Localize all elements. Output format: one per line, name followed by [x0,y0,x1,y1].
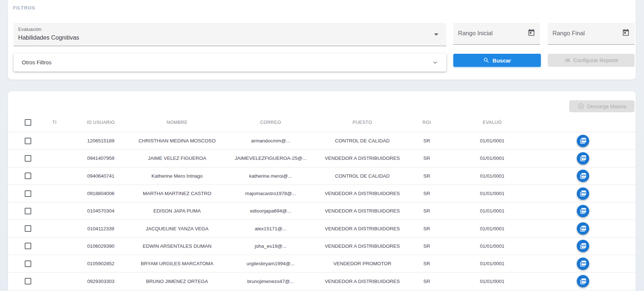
row-checkbox-cell [8,260,40,267]
cell-nombre: BRUNO JIMENEZ ORTEGA [133,279,222,284]
chevron-down-icon [433,60,438,65]
row-checkbox[interactable] [25,278,31,284]
cell-puesto: CONTROL DE CALIDAD [320,173,405,179]
table-row: 0105902852 BRYAM URGILES MARCATOMA urgil… [8,255,636,272]
buscar-button-label: Buscar [493,57,511,64]
cell-puesto: VENDEDOR A DISTRIBUIDORES [320,279,405,284]
cell-actions [536,275,630,287]
cell-nombre: Katherine Mero Intriago [133,173,222,179]
cell-rgi: SR [405,279,449,284]
cell-correo: joha_es19@... [222,243,320,249]
row-checkbox[interactable] [25,190,31,197]
column-header-puesto: PUESTO [320,120,405,125]
cell-id-usuario: 0929303303 [69,279,133,284]
buscar-button[interactable]: Buscar [453,54,541,67]
cell-actions [536,222,630,235]
filters-section-title: FILTROS [13,5,35,11]
pdf-report-button[interactable] [577,240,589,252]
configurar-reporte-button[interactable]: Configurar Reporte [548,54,635,67]
cell-rgi: SR [405,138,449,144]
pdf-report-button[interactable] [577,135,589,147]
row-checkbox[interactable] [25,173,31,179]
row-checkbox[interactable] [25,138,31,144]
table-row: 0104112339 JACQUELINE YANZA VEGA alex151… [8,220,636,237]
rango-inicial-datepicker[interactable]: Rango Inicial [453,23,540,45]
cell-actions [536,187,630,200]
results-panel: Descarga Masiva TI ID USUARIO NOMBRE COR… [8,91,636,291]
cell-id-usuario: 0941407959 [69,155,133,161]
cell-nombre: EDISON JAPA PUMA [133,208,222,214]
pdf-report-button[interactable] [577,170,589,182]
evaluacion-label: Evaluación [18,27,41,32]
row-checkbox-cell [8,243,40,249]
cell-rgi: SR [405,155,449,161]
column-header-rgi: RGI [405,120,449,125]
cell-rgi: SR [405,261,449,266]
configurar-reporte-label: Configurar Reporte [574,57,618,63]
cell-puesto: CONTROL DE CALIDAD [320,138,405,144]
evaluacion-select[interactable]: Evaluación Habilidades Cognitivas [13,23,446,46]
cell-correo: katherine.meroi@... [222,173,320,179]
cell-evaluo: 01/01/0001 [449,138,536,144]
row-checkbox[interactable] [25,155,31,162]
pdf-report-button[interactable] [577,222,589,235]
chevron-down-icon [434,33,438,36]
evaluacion-value: Habilidades Cognitivas [18,34,79,41]
filters-panel: FILTROS Evaluación Habilidades Cognitiva… [8,0,636,80]
cell-rgi: SR [405,243,449,249]
cell-id-usuario: 0104112339 [69,226,133,231]
pdf-icon [580,278,587,285]
row-checkbox[interactable] [25,260,31,267]
rango-inicial-placeholder: Rango Inicial [458,30,493,37]
list-icon [564,57,571,64]
table-row: 0918804006 MARTHA MARTINEZ CASTRO majoma… [8,185,636,202]
pdf-report-button[interactable] [577,258,589,270]
cell-correo: armandocmm@... [222,138,320,144]
cell-actions [536,135,630,147]
cell-evaluo: 01/01/0001 [449,173,536,179]
cell-evaluo: 01/01/0001 [449,279,536,284]
cell-rgi: SR [405,173,449,179]
cell-correo: urgilesbryam1994@... [222,261,320,266]
pdf-report-button[interactable] [577,205,589,217]
cell-correo: JAIMEVELEZFIGUEROA-25@... [222,155,320,161]
cell-rgi: SR [405,226,449,231]
row-checkbox-cell [8,225,40,232]
cell-evaluo: 01/01/0001 [449,243,536,249]
row-checkbox[interactable] [25,225,31,232]
pdf-icon [580,173,587,179]
cell-puesto: VENDEDOR A DISTRIBUIDORES [320,208,405,214]
cell-nombre: JACQUELINE YANZA VEGA [133,226,222,231]
calendar-icon[interactable] [622,29,630,37]
cell-actions [536,170,630,182]
table-row: 0941407959 JAIME VELEZ FIGUEROA JAIMEVEL… [8,150,636,167]
row-checkbox-cell [8,208,40,214]
pdf-icon [580,260,587,267]
pdf-report-button[interactable] [577,152,589,165]
select-all-checkbox[interactable] [25,119,31,126]
column-header-id-usuario: ID USUARIO [69,120,133,125]
row-checkbox-cell [8,278,40,284]
table-body: 1206515189 CHRISTHIAN MEDINA MOSCOSO arm… [8,132,636,290]
row-checkbox[interactable] [25,243,31,249]
pdf-icon [580,207,587,214]
cell-puesto: VENDEDOR A DISTRIBUIDORES [320,226,405,231]
pdf-report-button[interactable] [577,187,589,200]
cell-evaluo: 01/01/0001 [449,208,536,214]
column-header-correo: CORREO [222,120,320,125]
pdf-report-button[interactable] [577,275,589,287]
pdf-icon [580,155,587,162]
column-header-ti: TI [40,120,69,125]
cell-puesto: VENDEDOR PROMOTOR [320,261,405,266]
row-checkbox-cell [8,155,40,162]
descarga-masiva-button[interactable]: Descarga Masiva [569,100,635,112]
cell-id-usuario: 0106029390 [69,243,133,249]
cell-nombre: BRYAM URGILES MARCATOMA [133,261,222,266]
rango-final-datepicker[interactable]: Rango Final [548,23,635,45]
rango-final-placeholder: Rango Final [552,30,585,37]
otros-filtros-expander[interactable]: Otros Filtros [13,53,446,72]
cell-rgi: SR [405,208,449,214]
row-checkbox[interactable] [25,208,31,214]
column-header-nombre: NOMBRE [133,120,222,125]
calendar-icon[interactable] [527,29,535,37]
